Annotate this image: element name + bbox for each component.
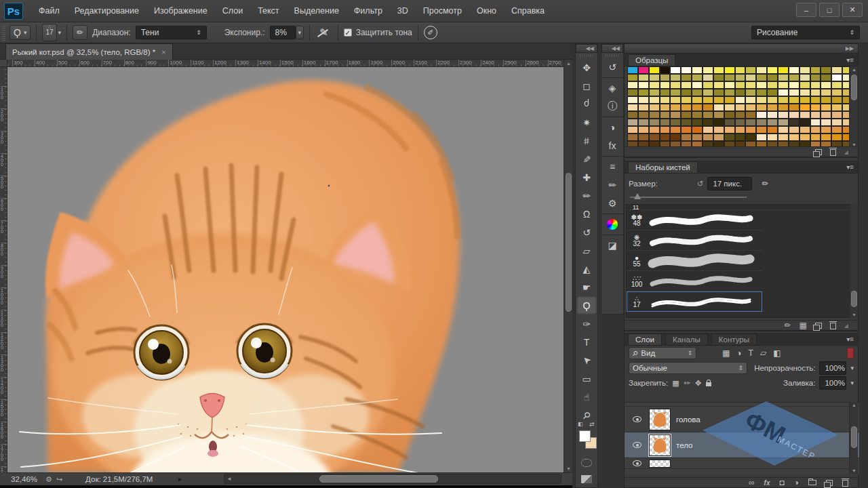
swap-colors-icon[interactable]: ⇄: [589, 421, 595, 428]
color-swatch[interactable]: [692, 74, 703, 81]
brush-item-partial[interactable]: 11: [627, 205, 854, 210]
color-swatch[interactable]: [692, 126, 703, 134]
swatches-menu-icon[interactable]: ▾≡: [846, 56, 854, 64]
color-swatch[interactable]: [735, 126, 746, 134]
color-swatch[interactable]: [638, 96, 649, 104]
layer-filter-icon-1[interactable]: ◑: [736, 348, 741, 358]
toggle-brush-panel-icon[interactable]: ✏: [762, 179, 768, 188]
vertical-scroll-thumb[interactable]: [566, 173, 572, 312]
scroll-up-icon[interactable]: ▲: [850, 67, 859, 72]
color-swatch[interactable]: [789, 81, 800, 89]
share-icon[interactable]: ↪: [56, 475, 62, 484]
eraser-tool[interactable]: ▱: [576, 241, 597, 260]
brush-size-slider-thumb[interactable]: [634, 193, 641, 199]
brush-size-picker[interactable]: ∴ 17: [42, 24, 56, 41]
canvas-horizontal-scrollbar[interactable]: ◄: [224, 474, 561, 484]
lock-all-icon[interactable]: [706, 382, 711, 386]
color-swatch[interactable]: [810, 96, 821, 104]
color-swatch[interactable]: [713, 96, 724, 104]
color-swatch[interactable]: [649, 89, 660, 96]
color-swatch[interactable]: [703, 81, 713, 89]
type-tool[interactable]: T: [576, 333, 597, 351]
color-swatch[interactable]: [724, 96, 735, 104]
scroll-thumb[interactable]: [851, 75, 857, 100]
color-swatch[interactable]: [756, 74, 767, 81]
color-swatch[interactable]: [789, 104, 800, 111]
color-swatch[interactable]: [627, 66, 638, 74]
color-swatch[interactable]: [767, 134, 778, 141]
color-swatch[interactable]: [821, 66, 831, 74]
color-swatch[interactable]: [767, 74, 778, 81]
layer-filter-select[interactable]: ⚲ Вид ⇕: [629, 347, 696, 359]
color-swatch[interactable]: [821, 89, 831, 96]
close-tab-icon[interactable]: ×: [161, 48, 165, 56]
color-swatch[interactable]: [745, 111, 756, 119]
color-swatch[interactable]: [810, 111, 821, 119]
brush-size-input[interactable]: 17 пикс.: [707, 177, 752, 190]
layer-row-голова[interactable]: голова: [625, 407, 859, 432]
color-swatch[interactable]: [681, 104, 692, 111]
color-swatch[interactable]: [627, 119, 638, 126]
color-swatch[interactable]: [831, 66, 842, 74]
brush-panel-icon[interactable]: ✏: [603, 176, 622, 194]
adjustment-layer-icon[interactable]: ◑: [794, 478, 799, 487]
visibility-icon[interactable]: [633, 442, 642, 448]
color-swatch[interactable]: [756, 66, 767, 74]
color-swatch[interactable]: [713, 104, 724, 111]
color-swatch[interactable]: [800, 74, 810, 81]
menu-item-7[interactable]: 3D: [390, 0, 416, 22]
color-swatch[interactable]: [713, 119, 724, 126]
color-swatch[interactable]: [649, 96, 660, 104]
layers-menu-icon[interactable]: ▾≡: [846, 336, 854, 343]
brush-presets-menu-icon[interactable]: ▾≡: [846, 163, 854, 171]
color-swatch[interactable]: [692, 134, 703, 141]
color-swatch[interactable]: [810, 134, 821, 141]
color-swatch[interactable]: [821, 104, 831, 111]
history-panel-icon[interactable]: ↺: [603, 58, 622, 76]
color-swatch[interactable]: [735, 81, 746, 89]
pen-tool[interactable]: ✑: [576, 314, 597, 333]
tab-Контуры[interactable]: Контуры: [711, 333, 757, 345]
color-swatch[interactable]: [724, 126, 735, 134]
brush-preset-55[interactable]: ●55: [627, 251, 762, 271]
mini-bridge-panel-icon[interactable]: ◪: [603, 237, 622, 254]
color-swatch[interactable]: [735, 89, 746, 96]
color-swatch[interactable]: [800, 104, 810, 111]
color-swatch[interactable]: [745, 96, 756, 104]
color-swatch[interactable]: [638, 104, 649, 111]
color-swatch[interactable]: [800, 111, 810, 119]
color-swatch[interactable]: [735, 119, 746, 126]
color-swatch[interactable]: [692, 96, 703, 104]
layer-thumbnail[interactable]: [649, 434, 671, 456]
canvas[interactable]: [7, 67, 564, 472]
color-swatch[interactable]: [767, 66, 778, 74]
foreground-color-swatch[interactable]: [579, 430, 591, 442]
color-swatch[interactable]: [831, 81, 842, 89]
color-swatch[interactable]: [778, 104, 789, 111]
sync-icon[interactable]: ⚙: [45, 475, 52, 484]
color-swatch[interactable]: [681, 111, 692, 119]
document-tab[interactable]: Рыжий кот.psd @ 32,5% (тело, RGB/8) * ×: [5, 43, 173, 60]
color-swatch[interactable]: [767, 111, 778, 119]
color-swatch[interactable]: [821, 96, 831, 104]
brush-preset-48[interactable]: ✽✽48: [627, 210, 762, 230]
color-swatch[interactable]: [649, 126, 660, 134]
color-swatch[interactable]: [789, 74, 800, 81]
layer-filter-icon-4[interactable]: ◧: [773, 348, 781, 358]
tab-brush-presets[interactable]: Наборы кистей: [628, 161, 698, 173]
color-swatch[interactable]: [778, 96, 789, 104]
color-swatch[interactable]: [660, 89, 671, 96]
color-swatch[interactable]: [821, 111, 831, 119]
new-swatch-icon[interactable]: [815, 149, 822, 155]
color-swatch[interactable]: [660, 126, 671, 134]
vertical-ruler[interactable]: 1 0 02 0 03 0 04 0 05 0 06 0 07 0 08 0 0…: [0, 67, 7, 472]
color-swatch[interactable]: [778, 111, 789, 119]
color-swatch[interactable]: [810, 126, 821, 134]
color-swatch[interactable]: [660, 111, 671, 119]
color-swatch[interactable]: [800, 89, 810, 96]
info-panel-icon[interactable]: ⓘ: [603, 98, 622, 115]
visibility-icon[interactable]: [633, 416, 642, 422]
color-swatch[interactable]: [638, 66, 649, 74]
color-swatch[interactable]: [638, 111, 649, 119]
color-swatch[interactable]: [810, 89, 821, 96]
